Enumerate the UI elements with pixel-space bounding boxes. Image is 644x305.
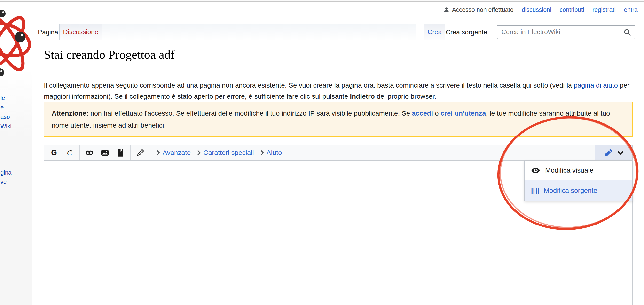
avanzate-label: Avanzate bbox=[162, 149, 191, 157]
personal-link-registrati[interactable]: registrati bbox=[592, 6, 616, 13]
menu-item-modifica-visuale[interactable]: Modifica visuale bbox=[525, 160, 632, 180]
chevron-right-icon bbox=[197, 150, 201, 156]
signature-button[interactable] bbox=[134, 146, 147, 160]
personal-link-discussioni[interactable]: discussioni bbox=[522, 6, 551, 13]
page-title: Stai creando Progettoa adf bbox=[44, 48, 632, 67]
chevron-right-icon bbox=[260, 150, 264, 156]
sidebar: le e aso Wiki gina ve bbox=[0, 2, 32, 305]
sidebar-tool-link-1[interactable]: gina bbox=[0, 169, 12, 176]
tab-discussione-label: Discussione bbox=[63, 28, 98, 36]
intro-text-3: del proprio browser. bbox=[375, 93, 436, 100]
toolbar-section-aiuto[interactable]: Aiuto bbox=[260, 145, 282, 160]
reference-icon bbox=[116, 148, 125, 157]
link-icon bbox=[85, 148, 94, 157]
image-icon bbox=[100, 148, 109, 157]
tab-pagina-label: Pagina bbox=[38, 29, 58, 36]
back-button-word: Indietro bbox=[350, 93, 375, 100]
sidebar-link-3[interactable]: aso bbox=[0, 113, 10, 120]
wikieditor-toolbar: G C bbox=[44, 145, 632, 160]
intro-paragraph: Il collegamento appena seguito corrispon… bbox=[44, 80, 638, 102]
personal-bar: Accesso non effettuato discussioni contr… bbox=[443, 6, 638, 13]
search-input[interactable] bbox=[498, 26, 623, 39]
signature-pencil-icon bbox=[136, 148, 145, 157]
intro-text-1: Il collegamento appena seguito corrispon… bbox=[44, 82, 574, 89]
content-left-border bbox=[32, 41, 32, 305]
sidebar-link-2[interactable]: e bbox=[0, 104, 4, 111]
create-account-link[interactable]: crei un'utenza bbox=[440, 110, 486, 117]
eye-icon bbox=[531, 166, 540, 175]
anon-edit-warning: Attenzione: non hai effettuato l'accesso… bbox=[44, 102, 632, 137]
tab-crea-label: Crea bbox=[428, 28, 442, 36]
tab-crea-sorgente[interactable]: Crea sorgente bbox=[445, 24, 488, 41]
warning-text-2: o bbox=[433, 110, 440, 117]
toolbar-section-caratteri-speciali[interactable]: Caratteri speciali bbox=[197, 145, 254, 160]
warning-text-1: non hai effettuato l'accesso. Se effettu… bbox=[88, 110, 412, 117]
tab-discussione[interactable]: Discussione bbox=[59, 24, 102, 40]
sidebar-tool-link-2[interactable]: ve bbox=[0, 178, 6, 185]
sidebar-link-1[interactable]: le bbox=[0, 95, 5, 101]
warning-label: Attenzione: bbox=[52, 110, 88, 117]
login-link[interactable]: accedi bbox=[412, 110, 433, 117]
toolbar-section-avanzate[interactable]: Avanzate bbox=[156, 145, 191, 160]
editor-switch-menu: Modifica visuale [[]] Modifica sorgente bbox=[524, 160, 632, 201]
modifica-sorgente-label: Modifica sorgente bbox=[544, 187, 597, 194]
browser-top-hairline bbox=[0, 2, 644, 2]
bold-button[interactable]: G bbox=[47, 146, 61, 160]
modifica-visuale-label: Modifica visuale bbox=[545, 167, 593, 174]
editor-switch-button[interactable] bbox=[595, 145, 632, 160]
reference-button[interactable] bbox=[114, 146, 127, 160]
caratteri-speciali-label: Caratteri speciali bbox=[203, 149, 254, 157]
aiuto-label: Aiuto bbox=[266, 149, 282, 157]
tab-crea[interactable]: Crea bbox=[424, 24, 445, 40]
chevron-down-icon bbox=[617, 149, 624, 156]
insert-group bbox=[80, 145, 130, 160]
sidebar-link-4[interactable]: Wiki bbox=[0, 123, 12, 130]
personal-link-entra[interactable]: entra bbox=[624, 6, 638, 13]
link-button[interactable] bbox=[82, 146, 96, 160]
format-group: G C bbox=[44, 145, 79, 160]
sidebar-divider bbox=[0, 144, 26, 144]
image-button[interactable] bbox=[98, 146, 112, 160]
atom-logo-icon bbox=[0, 6, 33, 76]
menu-item-modifica-sorgente[interactable]: [[]] Modifica sorgente bbox=[525, 180, 632, 201]
help-page-link[interactable]: pagina di aiuto bbox=[574, 82, 618, 89]
search-box bbox=[497, 25, 635, 39]
search-icon[interactable] bbox=[623, 28, 632, 36]
personal-link-contributi[interactable]: contributi bbox=[560, 6, 584, 13]
tabbar-band bbox=[102, 24, 416, 40]
tabbar-bottom-border bbox=[32, 40, 644, 41]
tab-pagina[interactable]: Pagina bbox=[36, 24, 59, 41]
chevron-right-icon bbox=[156, 150, 160, 156]
login-status-label: Accesso non effettuato bbox=[452, 6, 514, 13]
italic-button[interactable]: C bbox=[63, 146, 76, 160]
login-status: Accesso non effettuato bbox=[443, 6, 514, 13]
signature-group bbox=[130, 145, 150, 160]
wiki-logo[interactable] bbox=[0, 6, 33, 76]
tab-crea-sorgente-label: Crea sorgente bbox=[446, 29, 487, 36]
pencil-icon bbox=[604, 148, 613, 158]
user-icon bbox=[443, 7, 450, 13]
wikitext-brackets-icon: [[]] bbox=[531, 186, 539, 195]
